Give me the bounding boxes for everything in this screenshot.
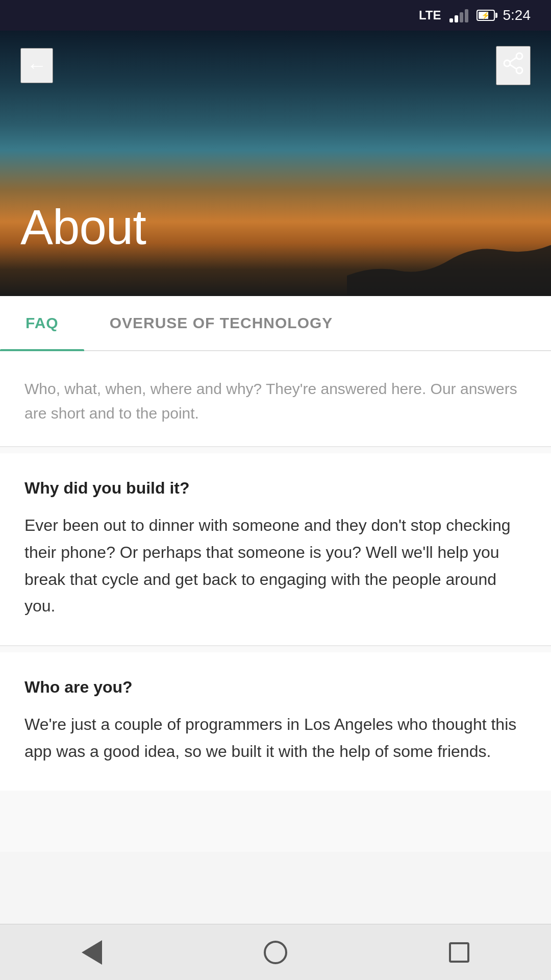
bottom-spacer — [0, 791, 551, 852]
svg-line-4 — [510, 65, 516, 69]
tab-faq[interactable]: FAQ — [0, 296, 84, 350]
tabs-container: FAQ OVERUSE OF TECHNOLOGY — [0, 296, 551, 351]
status-icons: LTE ⚡ 5:24 — [419, 7, 531, 23]
faq-question-2: Who are you? — [24, 678, 527, 697]
faq-item-2: Who are you? We're just a couple of prog… — [0, 652, 551, 791]
hero-nav: ← — [20, 46, 531, 85]
battery-icon: ⚡ — [477, 10, 495, 21]
signal-bars-icon — [449, 8, 468, 22]
faq-question-1: Why did you build it? — [24, 479, 527, 498]
tab-overuse[interactable]: OVERUSE OF TECHNOLOGY — [84, 296, 359, 350]
bottom-navigation — [0, 924, 551, 980]
hero-hill — [347, 235, 551, 296]
back-button[interactable]: ← — [20, 48, 53, 83]
intro-text: Who, what, when, where and why? They're … — [24, 377, 527, 426]
svg-point-2 — [516, 67, 522, 74]
svg-line-3 — [510, 58, 516, 62]
intro-section: Who, what, when, where and why? They're … — [0, 351, 551, 446]
nav-back-button[interactable] — [71, 932, 112, 973]
lte-icon: LTE — [419, 8, 441, 22]
svg-point-1 — [504, 60, 510, 66]
faq-item-1: Why did you build it? Ever been out to d… — [0, 453, 551, 645]
home-nav-icon — [264, 941, 287, 964]
share-icon — [502, 52, 524, 75]
nav-recents-button[interactable] — [439, 932, 480, 973]
faq-answer-1: Ever been out to dinner with someone and… — [24, 512, 527, 620]
hero-header: ← About — [0, 31, 551, 296]
faq-answer-2: We're just a couple of programmers in Lo… — [24, 711, 527, 765]
svg-point-0 — [516, 53, 522, 59]
divider-1 — [0, 446, 551, 447]
nav-home-button[interactable] — [255, 932, 296, 973]
time-display: 5:24 — [503, 7, 531, 23]
share-button[interactable] — [496, 46, 531, 85]
status-bar: LTE ⚡ 5:24 — [0, 0, 551, 31]
recents-nav-icon — [449, 942, 469, 963]
content-area: Who, what, when, where and why? They're … — [0, 351, 551, 852]
back-nav-icon — [82, 940, 102, 965]
divider-2 — [0, 645, 551, 646]
